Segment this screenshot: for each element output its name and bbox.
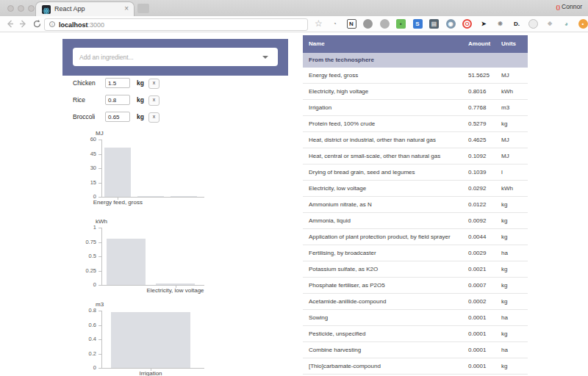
remove-ingredient-button[interactable]: x bbox=[148, 79, 159, 89]
cell-amount: 0.4625 bbox=[468, 132, 486, 148]
window-minimize-button[interactable] bbox=[18, 5, 24, 12]
cell-amount: 0.1039 bbox=[468, 164, 486, 181]
table-row: Ammonium nitrate, as N0.0122kg bbox=[303, 197, 528, 213]
extension-opera-icon[interactable]: O bbox=[462, 19, 472, 29]
extension-compass-icon[interactable]: ◉ bbox=[446, 19, 456, 29]
ingredient-unit-label: kg bbox=[137, 79, 144, 87]
bar-Heat, central or small-scale, other than natural gas bbox=[171, 196, 197, 197]
extension-globe-icon[interactable]: ❋ bbox=[495, 19, 505, 29]
chart-unit-label: kWh bbox=[96, 218, 107, 225]
y-axis bbox=[101, 228, 102, 285]
cell-amount: 0.7768 bbox=[468, 100, 486, 116]
cell-units: kg bbox=[501, 229, 507, 245]
ingredient-name: Chicken bbox=[73, 79, 96, 87]
extension-dim-bird-icon[interactable]: ❖ bbox=[545, 19, 555, 29]
ingredient-select[interactable]: Add an ingredient... bbox=[73, 48, 278, 66]
cell-units: MJ bbox=[501, 68, 509, 84]
extension-d-icon[interactable]: D. bbox=[512, 19, 522, 29]
table-row: Phosphate fertiliser, as P2O50.0007kg bbox=[303, 278, 528, 294]
cell-name: Potassium sulfate, as K2O bbox=[309, 261, 378, 278]
profile-chip[interactable]: ( )Connor bbox=[556, 3, 582, 10]
tab-title: React App bbox=[54, 5, 85, 12]
ingredient-amount-input[interactable] bbox=[105, 78, 130, 88]
cell-units: MJ bbox=[501, 132, 509, 148]
cell-amount: 0.0029 bbox=[468, 245, 486, 261]
extension-pointer-icon[interactable]: ➤ bbox=[479, 19, 489, 29]
cell-units: ha bbox=[501, 342, 508, 358]
extension-calendar-icon[interactable]: ▤ bbox=[429, 19, 439, 29]
ingredient-amount-input[interactable] bbox=[105, 95, 130, 105]
forward-icon[interactable] bbox=[18, 19, 28, 29]
cell-units: kg bbox=[501, 116, 507, 132]
table-row: Application of plant protection product,… bbox=[303, 229, 528, 245]
cell-amount: 0.0001 bbox=[468, 310, 486, 326]
cell-name: Heat, central or small-scale, other than… bbox=[309, 148, 440, 164]
y-tick-label: 0.75 bbox=[70, 239, 96, 246]
ingredient-amount-input[interactable] bbox=[105, 112, 130, 122]
extension-dim-circle-icon[interactable] bbox=[528, 19, 538, 29]
extension-notion-icon[interactable]: N bbox=[347, 19, 356, 29]
table-row: Acetamide-anillide-compound0.0002kg bbox=[303, 294, 528, 310]
table-row: Pesticide, unspecified0.0001kg bbox=[303, 326, 528, 342]
cell-name: Acetamide-anillide-compound bbox=[309, 294, 386, 310]
table-body: Energy feed, gross51.5625MJElectricity, … bbox=[303, 68, 528, 375]
cell-units: ha bbox=[501, 310, 508, 326]
y-axis bbox=[101, 311, 102, 368]
extension-green-icon[interactable]: ▪ bbox=[396, 19, 406, 29]
ingredient-row: Ricekgx bbox=[73, 95, 176, 106]
cell-name: Fertilising, by broadcaster bbox=[309, 245, 376, 261]
table-section-row: From the technosphere bbox=[303, 53, 528, 68]
window-close-button[interactable] bbox=[7, 5, 14, 12]
cell-name: Electricity, low voltage bbox=[309, 181, 366, 197]
address-bar[interactable]: i localhost:3000 bbox=[44, 18, 308, 31]
page-content: Add an ingredient... ChickenkgxRicekgxBr… bbox=[0, 32, 588, 376]
cell-name: Combine harvesting bbox=[309, 342, 361, 358]
refresh-icon[interactable] bbox=[32, 19, 42, 29]
bookmark-star-icon[interactable]: ☆ bbox=[315, 18, 323, 29]
extension-s-icon[interactable]: S bbox=[413, 19, 423, 29]
remove-ingredient-button[interactable]: x bbox=[148, 95, 159, 106]
profile-name: Connor bbox=[562, 3, 582, 10]
tab-close-icon[interactable]: × bbox=[124, 4, 129, 12]
bar-Energy feed, gross bbox=[104, 148, 131, 197]
table-header-amount: Amount bbox=[468, 35, 490, 53]
back-icon[interactable] bbox=[5, 19, 15, 29]
table-row: Combine harvesting0.0001ha bbox=[303, 342, 528, 358]
y-axis bbox=[101, 140, 102, 197]
inventory-table: Name Amount Units From the technosphere … bbox=[303, 35, 528, 375]
cell-units: kg bbox=[501, 261, 507, 278]
extension-gray-dot-icon[interactable] bbox=[363, 19, 373, 29]
ingredient-picker-panel: Add an ingredient... bbox=[62, 39, 288, 76]
cell-name: [Thio]carbamate-compound bbox=[309, 358, 381, 375]
y-tick-label: 15 bbox=[70, 179, 96, 187]
cell-units: kg bbox=[501, 358, 507, 375]
table-row: Heat, district or industrial, orther tha… bbox=[303, 132, 528, 148]
extension-clock-icon[interactable]: ◔ bbox=[330, 19, 340, 29]
cell-units: m3 bbox=[501, 100, 509, 116]
cell-amount: 0.0007 bbox=[468, 278, 486, 294]
browser-tab[interactable]: React App × bbox=[35, 1, 135, 17]
cell-amount: 0.0092 bbox=[468, 213, 486, 229]
cell-name: Ammonia, liquid bbox=[309, 213, 351, 229]
url-host: localhost bbox=[59, 21, 88, 29]
remove-ingredient-button[interactable]: x bbox=[148, 112, 159, 123]
x-category-label: Irrigation bbox=[88, 370, 213, 376]
profile-icon: ( ) bbox=[556, 4, 560, 10]
cell-amount: 0.8016 bbox=[468, 84, 486, 100]
browser-toolbar: i localhost:3000 ☆ ◔N▪S▤◉O➤❋D.❖◕• bbox=[0, 16, 588, 32]
extension-pie-icon[interactable]: ◕ bbox=[562, 19, 571, 29]
new-tab-button[interactable] bbox=[137, 4, 149, 13]
cell-name: Heat, district or industrial, orther tha… bbox=[309, 132, 436, 148]
table-row: Electricity, high voltage0.8016kWh bbox=[303, 84, 528, 100]
extension-dove-icon[interactable] bbox=[380, 19, 390, 29]
cell-units: kWh bbox=[501, 84, 513, 100]
table-row: Heat, central or small-scale, other than… bbox=[303, 148, 528, 164]
y-tick-label: 0 bbox=[70, 281, 96, 289]
cell-amount: 0.0001 bbox=[468, 358, 486, 375]
page-info-icon[interactable]: i bbox=[49, 21, 55, 27]
extension-orange-icon[interactable]: • bbox=[578, 19, 588, 29]
cell-units: kg bbox=[501, 294, 507, 310]
window-zoom-button[interactable] bbox=[28, 5, 35, 12]
tab-bar: React App × ( )Connor bbox=[0, 0, 588, 17]
cell-amount: 0.0044 bbox=[468, 229, 486, 245]
